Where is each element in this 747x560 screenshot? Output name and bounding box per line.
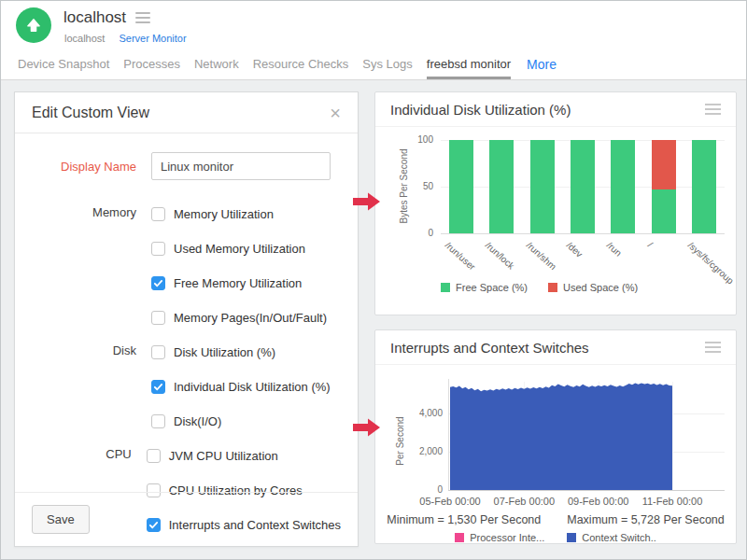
option-label: Memory Pages(In/Out/Fault) (174, 311, 327, 325)
breadcrumb-host: localhost (64, 33, 105, 44)
checkbox-unchecked-icon[interactable] (151, 311, 165, 325)
checkbox-option[interactable]: JVM CPU Utilization (147, 446, 341, 465)
disk-bar (571, 140, 595, 233)
breadcrumb-server-monitor-link[interactable]: Server Monitor (119, 33, 186, 44)
disk-xtick: /run/lock (484, 240, 516, 271)
checkbox-unchecked-icon[interactable] (151, 207, 165, 221)
option-label: Disk Utilization (%) (174, 345, 275, 359)
checkbox-option[interactable]: Memory Utilization (151, 204, 327, 223)
disk-xtick: /run (605, 240, 624, 259)
annotation-arrow-icon (353, 191, 381, 212)
maximum-stat: Maximum = 5,728 Per Second (567, 513, 725, 526)
interrupts-xtick: 11-Feb 00:00 (633, 496, 712, 507)
legend-item[interactable]: Free Space (%) (441, 282, 528, 293)
tab-network[interactable]: Network (194, 49, 239, 79)
option-label: Used Memory Utilization (174, 242, 305, 256)
disk-ytick: 50 (402, 181, 433, 191)
title-menu-icon[interactable] (135, 12, 150, 23)
legend-label: Processor Inte... (470, 532, 544, 543)
disk-ytick: 100 (402, 134, 433, 145)
disk-utilization-card: Individual Disk Utilization (%) Bytes Pe… (374, 91, 737, 315)
card-menu-icon[interactable] (705, 104, 721, 115)
legend-label: Context Switch.. (582, 532, 655, 543)
breadcrumb: localhost Server Monitor (64, 33, 187, 44)
checkbox-unchecked-icon[interactable] (151, 414, 165, 428)
checkbox-option[interactable]: Free Memory Utilization (151, 273, 327, 292)
legend-swatch-icon (441, 283, 450, 292)
disk-bars (441, 140, 725, 233)
group-label-disk: Disk (32, 343, 136, 446)
tab-bar: Device SnapshotProcessesNetworkResource … (1, 49, 746, 80)
option-label: Free Memory Utilization (174, 276, 302, 290)
tab-device-snapshot[interactable]: Device Snapshot (18, 49, 109, 79)
checkbox-unchecked-icon[interactable] (151, 345, 165, 359)
legend-swatch-icon (455, 533, 464, 542)
disk-legend: Free Space (%)Used Space (%) (441, 282, 638, 293)
legend-item[interactable]: Context Switch.. (567, 532, 655, 543)
modal-title: Edit Custom View (32, 105, 149, 121)
interrupts-xtick: 09-Feb 00:00 (559, 496, 638, 507)
header: localhost localhost Server Monitor (1, 1, 746, 49)
checkbox-option[interactable]: Disk Utilization (%) (151, 343, 331, 361)
disk-xtick: /sys/fs/cgroup (686, 240, 736, 286)
interrupts-legend: Processor Inte...Context Switch.. (375, 532, 736, 543)
display-name-label: Display Name (32, 160, 136, 174)
legend-swatch-icon (548, 283, 557, 292)
page-title: localhost (63, 8, 126, 27)
checkbox-option[interactable]: Individual Disk Utilization (%) (151, 377, 331, 396)
option-label: Individual Disk Utilization (%) (174, 380, 331, 394)
checkbox-option[interactable]: Used Memory Utilization (151, 239, 327, 258)
disk-xtick: /run/user (443, 240, 477, 273)
option-label: Memory Utilization (174, 207, 274, 221)
minimum-stat: Minimum = 1,530 Per Second (387, 513, 541, 526)
arrow-up-icon (24, 16, 43, 35)
checkbox-unchecked-icon[interactable] (147, 449, 161, 463)
tab-sys-logs[interactable]: Sys Logs (362, 49, 412, 79)
disk-xtick: / (645, 240, 654, 249)
disk-bar (692, 140, 716, 233)
interrupts-xtick: 07-Feb 00:00 (485, 496, 563, 507)
tab-resource-checks[interactable]: Resource Checks (253, 49, 349, 79)
option-label: JVM CPU Utilization (169, 449, 278, 463)
disk-xtick: /run/shm (524, 240, 557, 272)
legend-swatch-icon (567, 533, 576, 542)
annotation-arrow-icon (353, 417, 381, 438)
disk-bar (530, 140, 555, 233)
app-window: localhost localhost Server Monitor Devic… (0, 0, 747, 560)
option-label: Disk(I/O) (174, 414, 221, 428)
disk-bar (611, 140, 635, 233)
disk-chart-title: Individual Disk Utilization (%) (390, 102, 571, 118)
disk-ytick: 0 (402, 228, 433, 238)
save-button[interactable]: Save (32, 505, 90, 534)
group-label-memory: Memory (32, 204, 136, 343)
disk-bar (489, 140, 514, 233)
edit-custom-view-modal: Edit Custom View × Display Name MemoryMe… (14, 91, 359, 547)
disk-bar (652, 140, 676, 233)
interrupts-card: Interrupts and Context Switches Per Seco… (374, 329, 737, 544)
interrupts-stats: Minimum = 1,530 Per Second Maximum = 5,7… (375, 513, 736, 526)
close-icon[interactable]: × (330, 104, 341, 122)
display-name-input[interactable] (151, 152, 331, 180)
checkbox-option[interactable]: Memory Pages(In/Out/Fault) (151, 308, 327, 327)
tab-more[interactable]: More (527, 49, 557, 79)
interrupts-xtick: 05-Feb 00:00 (411, 496, 489, 507)
checkbox-unchecked-icon[interactable] (151, 242, 165, 256)
legend-item[interactable]: Used Space (%) (548, 282, 638, 293)
monitor-status-icon (16, 7, 51, 43)
checkbox-checked-icon[interactable] (151, 380, 165, 394)
legend-label: Free Space (%) (456, 282, 528, 293)
checkbox-option[interactable]: Disk(I/O) (151, 412, 331, 430)
tab-processes[interactable]: Processes (123, 49, 180, 79)
disk-xtick: /dev (565, 240, 585, 259)
checkbox-checked-icon[interactable] (151, 276, 165, 290)
disk-bar (449, 140, 473, 233)
legend-item[interactable]: Processor Inte... (455, 532, 544, 543)
tab-freebsd-monitor[interactable]: freebsd monitor (427, 49, 511, 79)
legend-label: Used Space (%) (563, 282, 638, 293)
